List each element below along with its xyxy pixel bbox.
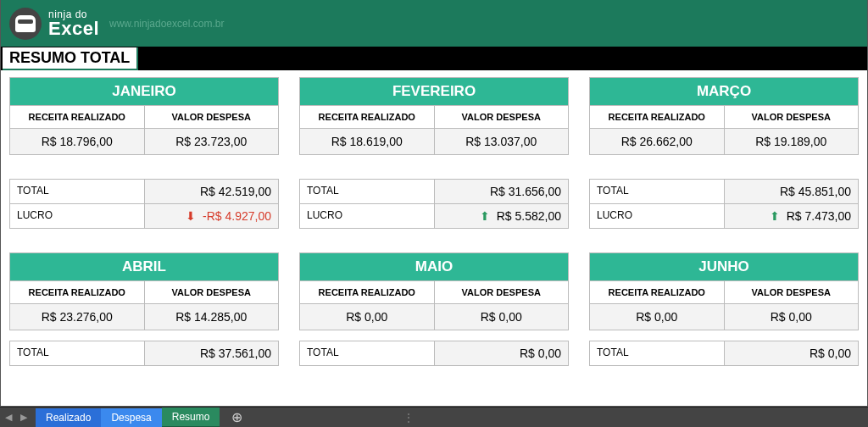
despesa-value: R$ 19.189,00 — [725, 128, 859, 154]
totals-row-2: TOTALR$ 37.561,00 TOTALR$ 0,00 TOTALR$ 0… — [9, 341, 859, 366]
arrow-down-icon: ⬇ — [186, 209, 196, 223]
brand-bottom: Excel — [48, 19, 99, 38]
total-value: R$ 37.561,00 — [144, 341, 279, 365]
receita-value: R$ 0,00 — [590, 303, 725, 330]
drag-handle-icon[interactable]: ⋮ — [403, 412, 414, 424]
chevron-left-icon[interactable]: ◀ — [5, 412, 12, 423]
month-card-janeiro: JANEIRO RECEITA REALIZADOVALOR DESPESA R… — [9, 77, 279, 155]
header: ninja do Excel www.ninjadoexcel.com.br — [1, 0, 867, 47]
totals-fevereiro: TOTALR$ 31.656,00 LUCRO⬆R$ 5.582,00 — [299, 179, 569, 229]
col-receita: RECEITA REALIZADO — [10, 105, 145, 128]
total-value: R$ 45.851,00 — [724, 180, 859, 203]
month-name: JANEIRO — [10, 78, 278, 105]
month-name: ABRIL — [10, 253, 278, 280]
totals-junho: TOTALR$ 0,00 — [589, 341, 859, 366]
despesa-value: R$ 0,00 — [435, 303, 569, 330]
despesa-value: R$ 0,00 — [725, 303, 859, 330]
col-despesa: VALOR DESPESA — [435, 105, 569, 128]
lucro-value: -R$ 4.927,00 — [203, 209, 271, 223]
tab-realizado[interactable]: Realizado — [36, 408, 101, 427]
col-receita: RECEITA REALIZADO — [300, 105, 435, 128]
sheet-tabs: ◀▶ Realizado Despesa Resumo ⊕ ⋮ — [0, 407, 868, 427]
tab-despesa[interactable]: Despesa — [101, 408, 161, 427]
total-label: TOTAL — [10, 180, 144, 203]
col-despesa: VALOR DESPESA — [725, 105, 859, 128]
receita-value: R$ 26.662,00 — [590, 128, 725, 154]
lucro-value: R$ 7.473,00 — [787, 209, 851, 223]
totals-row-1: TOTALR$ 42.519,00 LUCRO⬇-R$ 4.927,00 TOT… — [9, 179, 859, 229]
total-value: R$ 31.656,00 — [434, 180, 569, 203]
col-receita: RECEITA REALIZADO — [590, 280, 725, 303]
total-label: TOTAL — [300, 341, 434, 365]
col-despesa: VALOR DESPESA — [145, 105, 279, 128]
content: JANEIRO RECEITA REALIZADOVALOR DESPESA R… — [1, 70, 867, 401]
months-row-2: ABRIL RECEITA REALIZADOVALOR DESPESA R$ … — [9, 252, 859, 330]
month-card-junho: JUNHO RECEITA REALIZADOVALOR DESPESA R$ … — [589, 252, 859, 330]
total-label: TOTAL — [590, 341, 724, 365]
add-sheet-icon[interactable]: ⊕ — [231, 409, 242, 425]
logo-icon — [9, 8, 42, 40]
month-card-marco: MARÇO RECEITA REALIZADOVALOR DESPESA R$ … — [589, 77, 859, 155]
month-name: MARÇO — [590, 78, 858, 105]
totals-abril: TOTALR$ 37.561,00 — [9, 341, 279, 366]
totals-maio: TOTALR$ 0,00 — [299, 341, 569, 366]
total-value: R$ 42.519,00 — [144, 180, 279, 203]
title-bar: RESUMO TOTAL — [1, 47, 867, 70]
month-card-fevereiro: FEVEREIRO RECEITA REALIZADOVALOR DESPESA… — [299, 77, 569, 155]
month-card-maio: MAIO RECEITA REALIZADOVALOR DESPESA R$ 0… — [299, 252, 569, 330]
col-despesa: VALOR DESPESA — [435, 280, 569, 303]
total-value: R$ 0,00 — [434, 341, 569, 365]
tab-nav[interactable]: ◀▶ — [5, 412, 27, 423]
col-receita: RECEITA REALIZADO — [10, 280, 145, 303]
col-despesa: VALOR DESPESA — [145, 280, 279, 303]
month-card-abril: ABRIL RECEITA REALIZADOVALOR DESPESA R$ … — [9, 252, 279, 330]
month-name: FEVEREIRO — [300, 78, 568, 105]
tab-resumo[interactable]: Resumo — [162, 408, 220, 428]
lucro-value: R$ 5.582,00 — [497, 209, 561, 223]
total-label: TOTAL — [10, 341, 144, 365]
col-despesa: VALOR DESPESA — [725, 280, 859, 303]
despesa-value: R$ 23.723,00 — [145, 128, 279, 154]
despesa-value: R$ 13.037,00 — [435, 128, 569, 154]
site-url: www.ninjadoexcel.com.br — [109, 18, 224, 30]
lucro-label: LUCRO — [300, 204, 434, 228]
lucro-label: LUCRO — [10, 204, 144, 228]
months-row-1: JANEIRO RECEITA REALIZADOVALOR DESPESA R… — [9, 77, 859, 155]
col-receita: RECEITA REALIZADO — [590, 105, 725, 128]
totals-marco: TOTALR$ 45.851,00 LUCRO⬆R$ 7.473,00 — [589, 179, 859, 229]
totals-janeiro: TOTALR$ 42.519,00 LUCRO⬇-R$ 4.927,00 — [9, 179, 279, 229]
lucro-label: LUCRO — [590, 204, 724, 228]
receita-value: R$ 23.276,00 — [10, 303, 145, 330]
chevron-right-icon[interactable]: ▶ — [20, 412, 27, 423]
col-receita: RECEITA REALIZADO — [300, 280, 435, 303]
total-value: R$ 0,00 — [724, 341, 859, 365]
month-name: JUNHO — [590, 253, 858, 280]
month-name: MAIO — [300, 253, 568, 280]
receita-value: R$ 18.796,00 — [10, 128, 145, 154]
receita-value: R$ 18.619,00 — [300, 128, 435, 154]
total-label: TOTAL — [590, 180, 724, 203]
arrow-up-icon: ⬆ — [480, 209, 490, 223]
page-title: RESUMO TOTAL — [3, 47, 138, 70]
arrow-up-icon: ⬆ — [770, 209, 780, 223]
brand: ninja do Excel — [48, 9, 99, 38]
despesa-value: R$ 14.285,00 — [145, 303, 279, 330]
total-label: TOTAL — [300, 180, 434, 203]
receita-value: R$ 0,00 — [300, 303, 435, 330]
